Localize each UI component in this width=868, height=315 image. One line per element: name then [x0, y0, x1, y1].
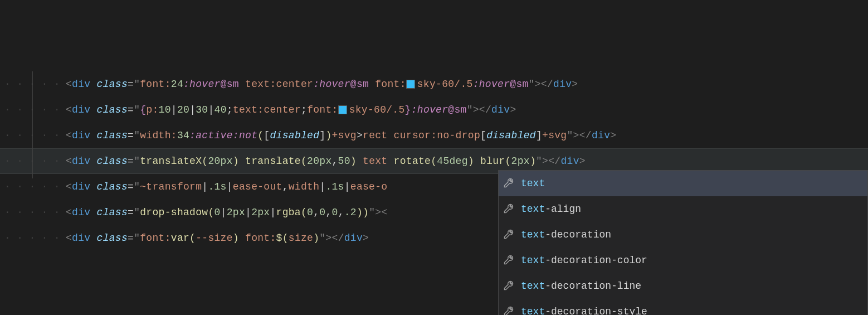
color-swatch: [406, 80, 415, 89]
token: div: [72, 156, 90, 167]
token: ": [467, 104, 473, 115]
token: =: [128, 130, 134, 141]
token: class: [97, 130, 128, 141]
token: $: [276, 232, 282, 244]
token: size: [289, 232, 313, 244]
token: 0: [307, 207, 313, 218]
code-line[interactable]: · · · · · <div class="{p:10|20|30|40;tex…: [0, 97, 868, 123]
indent-whitespace: · · · · ·: [0, 130, 66, 141]
token: =: [128, 156, 134, 167]
autocomplete-label: text: [521, 178, 545, 189]
token: @sm: [448, 104, 466, 115]
token: >: [325, 232, 331, 244]
autocomplete-popup[interactable]: texttext-aligntext-decorationtext-decora…: [498, 170, 868, 315]
wrench-icon: [503, 280, 515, 292]
token: (: [189, 232, 196, 244]
token: class: [97, 156, 128, 167]
token: width:: [140, 130, 177, 141]
token: [369, 79, 375, 90]
token: div: [72, 181, 90, 192]
token: blur: [480, 156, 505, 167]
wrench-icon: [503, 306, 515, 315]
token: .2: [344, 207, 357, 218]
token: 30: [196, 104, 208, 115]
token: div: [553, 79, 572, 90]
token: disabled: [270, 130, 319, 141]
token: :hover: [473, 79, 510, 90]
autocomplete-label: text-decoration: [521, 229, 611, 240]
autocomplete-item[interactable]: text-align: [499, 196, 867, 222]
token: (: [301, 207, 307, 218]
token: 2px: [511, 156, 530, 167]
token: >: [610, 130, 616, 141]
autocomplete-item[interactable]: text-decoration-color: [499, 248, 867, 273]
autocomplete-item[interactable]: text-decoration: [499, 222, 867, 248]
autocomplete-item[interactable]: text: [499, 171, 867, 196]
code-line[interactable]: · · · · · <div class="width:34:active:no…: [0, 123, 868, 148]
token: div: [72, 207, 90, 218]
token: 34: [177, 130, 189, 141]
token: =: [128, 79, 134, 90]
token: <: [66, 156, 72, 167]
token: ): [233, 156, 239, 167]
indent-whitespace: · · · · ·: [0, 156, 66, 167]
token: ): [350, 156, 357, 167]
token: font:: [245, 232, 276, 244]
code-content[interactable]: <div class="width:34:active:not([disable…: [66, 130, 616, 141]
token: ": [134, 207, 140, 218]
token: ": [134, 104, 140, 115]
wrench-icon: [503, 177, 515, 190]
token: }: [405, 104, 411, 115]
token: ): [363, 207, 369, 218]
token: [90, 207, 96, 218]
token: =: [128, 181, 134, 192]
code-line[interactable]: · · · · · <div class="font:24:hover@sm t…: [0, 71, 868, 97]
token: text: [363, 156, 387, 167]
token: |: [208, 104, 214, 115]
code-content[interactable]: <div class="drop-shadow(0|2px|2px|rgba(0…: [66, 207, 388, 218]
token: rect: [363, 130, 387, 141]
token: rotate: [394, 156, 431, 167]
code-content[interactable]: <div class="font:24:hover@sm text:center…: [66, 79, 578, 90]
token: @sm: [350, 79, 369, 90]
token: </: [479, 104, 491, 115]
code-content[interactable]: <div class="translateX(20px) translate(2…: [66, 156, 586, 167]
code-content[interactable]: <div class="{p:10|20|30|40;text:center;f…: [66, 104, 516, 115]
token: |: [319, 181, 325, 192]
token: <: [66, 207, 72, 218]
token: .1s: [208, 181, 226, 192]
indent-whitespace: · · · · ·: [0, 181, 66, 192]
token: ": [134, 181, 140, 192]
token: 45deg: [437, 156, 468, 167]
token: div: [72, 130, 90, 141]
token: disabled: [486, 130, 536, 141]
token: drop-shadow: [140, 207, 208, 218]
wrench-icon: [503, 203, 515, 215]
token: =: [128, 104, 134, 115]
token: (: [257, 130, 264, 141]
token: text:center: [245, 79, 313, 90]
token: (: [208, 207, 214, 218]
token: font:: [140, 79, 171, 90]
code-content[interactable]: <div class="font:var(--size) font:$(size…: [66, 232, 369, 244]
token: 0: [332, 207, 338, 218]
token: [90, 104, 96, 115]
autocomplete-item[interactable]: text-decoration-line: [499, 273, 867, 299]
autocomplete-item[interactable]: text-decoration-style: [499, 299, 867, 315]
token: >: [579, 156, 586, 167]
token: ,: [282, 181, 289, 192]
token: [: [264, 130, 270, 141]
token: p:: [146, 104, 158, 115]
token: [90, 181, 96, 192]
token: <: [66, 130, 72, 141]
token: [239, 79, 245, 90]
token: div: [592, 130, 610, 141]
indent-guide: [32, 71, 33, 178]
wrench-icon: [503, 254, 515, 266]
token: :hover: [313, 79, 350, 90]
token: 2px: [227, 207, 245, 218]
token: width: [289, 181, 320, 192]
code-content[interactable]: <div class="~transform|.1s|ease-out,widt…: [66, 181, 387, 192]
token: <: [66, 181, 72, 192]
token: class: [97, 79, 128, 90]
